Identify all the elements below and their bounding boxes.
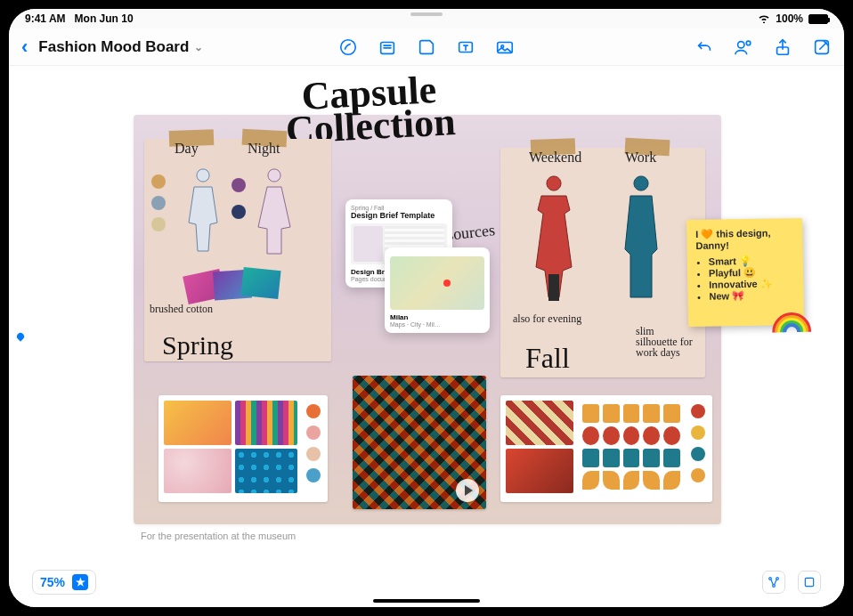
minimap-button[interactable] <box>762 571 785 594</box>
color-swatch <box>691 447 705 461</box>
battery-percent: 100% <box>776 12 803 25</box>
fall-card[interactable]: Weekend Work also for evening slim silho… <box>500 148 705 377</box>
svg-point-0 <box>341 39 356 54</box>
doc-title: Design Brief Template <box>351 211 447 220</box>
chevron-down-icon: ⌄ <box>194 41 203 53</box>
status-date: Mon Jun 10 <box>75 12 134 25</box>
day-label: Day <box>175 141 199 157</box>
color-swatch <box>306 404 321 418</box>
image-tile <box>164 401 232 445</box>
svg-point-14 <box>773 585 776 588</box>
svg-rect-15 <box>805 578 813 586</box>
spring-season-label: Spring <box>162 330 233 361</box>
sticky-list: Smart 💡 Playful 😃 Innovative ✨ New 🎀 <box>709 255 795 303</box>
fall-palette-panel[interactable] <box>500 395 712 502</box>
fabric-swatch <box>240 267 280 299</box>
battery-icon <box>808 14 828 24</box>
image-tile <box>506 449 573 493</box>
sketch-figure-weekend <box>522 171 586 304</box>
spring-card[interactable]: Day Night brushed cotton Spring <box>144 139 331 361</box>
map-title: Milan <box>390 313 484 321</box>
status-time: 9:41 AM <box>25 12 66 25</box>
sketch-figure-work <box>609 171 673 304</box>
fit-screen-button[interactable] <box>798 571 821 594</box>
sketch-figure-day <box>176 162 230 260</box>
favorite-zoom-icon[interactable]: ★ <box>72 574 88 590</box>
fall-season-label: Fall <box>525 342 570 375</box>
work-label: Work <box>625 150 656 166</box>
svg-point-8 <box>746 41 751 45</box>
material-label: brushed cotton <box>150 304 213 314</box>
color-swatch <box>151 174 166 189</box>
new-board-button[interactable] <box>812 37 832 57</box>
back-button[interactable]: ‹ <box>21 36 28 59</box>
color-swatch <box>691 468 705 482</box>
zoom-level: 75% <box>40 575 65 589</box>
color-swatch <box>151 196 166 210</box>
undo-button[interactable] <box>695 37 714 57</box>
color-swatch <box>691 426 705 440</box>
color-swatch <box>232 205 246 219</box>
wifi-icon <box>758 14 770 23</box>
map-sub: Maps · City · Mil… <box>390 321 484 328</box>
weekend-label: Weekend <box>529 150 581 166</box>
sticky-note-button[interactable] <box>378 37 397 57</box>
collaborate-button[interactable] <box>734 37 753 57</box>
window-drag-handle[interactable] <box>410 12 443 16</box>
resource-stack[interactable]: Spring / Fall Design Brief Template Desi… <box>345 199 470 351</box>
share-button[interactable] <box>773 37 792 57</box>
spring-palette-panel[interactable] <box>158 395 328 502</box>
text-box-button[interactable] <box>456 37 475 57</box>
board-title-text: Fashion Mood Board <box>38 38 189 56</box>
fall-note-evening: also for evening <box>513 313 581 324</box>
doc-card-map[interactable]: Milan Maps · City · Mil… <box>385 247 490 333</box>
map-pin-icon <box>443 280 451 287</box>
color-swatch <box>691 404 705 418</box>
color-swatch <box>151 217 166 231</box>
image-tile <box>235 401 297 445</box>
play-button-icon[interactable] <box>456 479 479 502</box>
freeform-canvas[interactable]: Capsule Collection Day Night <box>9 66 844 607</box>
shape-button[interactable] <box>417 37 436 57</box>
rainbow-sticker-icon <box>772 309 811 335</box>
collaborator-cursor <box>15 331 25 341</box>
board-caption: For the presentation at the museum <box>141 531 296 541</box>
color-swatch <box>306 447 321 461</box>
app-toolbar: ‹ Fashion Mood Board ⌄ <box>9 28 844 66</box>
media-button[interactable] <box>495 37 515 57</box>
board-title-menu[interactable]: Fashion Mood Board ⌄ <box>38 38 203 56</box>
fall-note-slim: slim silhouette for work days <box>636 326 698 358</box>
color-swatch <box>306 426 321 440</box>
sticky-note[interactable]: I 🧡 this design, Danny! Smart 💡 Playful … <box>686 218 804 327</box>
svg-point-7 <box>738 41 744 47</box>
color-swatch <box>306 468 321 482</box>
home-indicator[interactable] <box>373 599 480 603</box>
doc-header: Spring / Fall <box>351 205 447 211</box>
zoom-control[interactable]: 75% ★ <box>32 570 96 595</box>
night-label: Night <box>248 141 280 157</box>
draw-tool-button[interactable] <box>338 37 358 57</box>
svg-rect-11 <box>548 274 559 301</box>
sketch-figure-night <box>248 162 301 260</box>
image-tile <box>506 401 573 445</box>
sticky-headline: I 🧡 this design, Danny! <box>695 227 793 251</box>
color-swatch <box>232 178 246 192</box>
image-tile <box>235 449 297 493</box>
map-thumbnail <box>390 256 484 310</box>
bottom-toolbar: 75% ★ <box>9 570 844 595</box>
image-tile <box>164 449 232 493</box>
pattern-video-tile[interactable] <box>353 376 486 509</box>
